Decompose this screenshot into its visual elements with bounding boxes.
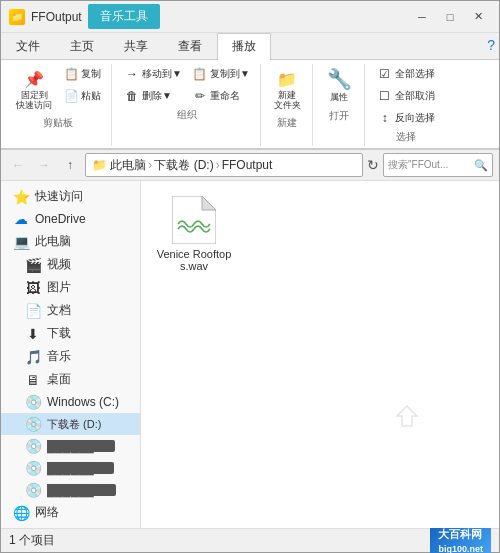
sidebar-item-downloads[interactable]: ⬇ 下载 [1,322,140,345]
tab-view[interactable]: 查看 [163,33,217,59]
tab-play[interactable]: 播放 [217,33,271,60]
tab-file[interactable]: 文件 [1,33,55,59]
sidebar-label-videos: 视频 [47,256,71,273]
sidebar-item-onedrive[interactable]: ☁ OneDrive [1,208,140,230]
deselect-all-button[interactable]: ☐ 全部取消 [373,86,439,106]
sidebar-item-drive-d[interactable]: 💿 下载卷 (D:) [1,413,140,435]
watermark-url: big100.net [438,544,483,553]
help-icon[interactable]: ? [483,33,499,59]
title-bar-left: 📁 FFOutput 音乐工具 [9,4,409,29]
rename-button[interactable]: ✏ 重命名 [188,86,254,106]
refresh-icon[interactable]: ↻ [367,157,379,173]
copy-to-button[interactable]: 📋 复制到▼ [188,64,254,84]
delete-button[interactable]: 🗑 删除▼ [120,86,186,106]
rename-icon: ✏ [192,88,208,104]
tab-share[interactable]: 共享 [109,33,163,59]
copy-icon: 📋 [63,66,79,82]
desktop-icon: 🖥 [25,372,41,388]
clipboard-label: 剪贴板 [43,116,73,130]
onedrive-icon: ☁ [13,211,29,227]
paste-button[interactable]: 📄 粘贴 [59,86,105,106]
sidebar-label-this-pc: 此电脑 [35,233,71,250]
select-all-button[interactable]: ☑ 全部选择 [373,64,439,84]
close-button[interactable]: ✕ [465,6,491,28]
select-label: 选择 [396,130,416,144]
breadcrumb-drive[interactable]: 下载卷 (D:) [154,157,213,174]
properties-icon: 🔧 [327,67,351,91]
window-title: FFOutput [31,10,82,24]
search-placeholder: 搜索"FFOut... [388,158,474,172]
sidebar-item-videos[interactable]: 🎬 视频 [1,253,140,276]
tab-home[interactable]: 主页 [55,33,109,59]
search-icon: 🔍 [474,159,488,172]
move-to-button[interactable]: → 移动到▼ [120,64,186,84]
ribbon-group-new: 📁 新建文件夹 新建 [263,64,313,146]
address-path[interactable]: 📁 此电脑 › 下载卷 (D:) › FFOutput [85,153,363,177]
sidebar-label-network: 网络 [35,504,59,521]
invert-selection-button[interactable]: ↕ 反向选择 [373,108,439,128]
svg-marker-1 [202,196,216,210]
select-col: ☑ 全部选择 ☐ 全部取消 ↕ 反向选择 [373,64,439,128]
pin-to-quickaccess-button[interactable]: 📌 固定到快速访问 [11,64,57,114]
sidebar-item-drive-f[interactable]: 💿 ██████ (F:) [1,457,140,479]
sidebar-item-drive-g[interactable]: 💿 ██████ (G:) [1,479,140,501]
sidebar-item-documents[interactable]: 📄 文档 [1,299,140,322]
sidebar-item-quick-access[interactable]: ⭐ 快速访问 [1,185,140,208]
back-button[interactable]: ← [7,154,29,176]
sidebar-item-music[interactable]: 🎵 音乐 [1,345,140,368]
search-box[interactable]: 搜索"FFOut... 🔍 [383,153,493,177]
window-icon: 📁 [9,9,25,25]
copy-button[interactable]: 📋 复制 [59,64,105,84]
organize-col1: → 移动到▼ 🗑 删除▼ [120,64,186,106]
breadcrumb-folder[interactable]: FFOutput [222,158,273,172]
properties-button[interactable]: 🔧 属性 [321,64,357,107]
cursor-shape [395,404,419,428]
pictures-icon: 🖼 [25,280,41,296]
clipboard-buttons: 📌 固定到快速访问 📋 复制 📄 粘贴 [11,64,105,114]
ribbon: 文件 主页 共享 查看 播放 ? 📌 固定到快速访问 📋 [1,33,499,150]
address-bar: ← → ↑ 📁 此电脑 › 下载卷 (D:) › FFOutput ↻ 搜索"F… [1,150,499,181]
pin-icon: 📌 [22,67,46,91]
organize-col2: 📋 复制到▼ ✏ 重命名 [188,64,254,106]
ribbon-group-select: ☑ 全部选择 ☐ 全部取消 ↕ 反向选择 选择 [367,64,445,146]
sidebar-label-music: 音乐 [47,348,71,365]
sidebar-label-drive-c: Windows (C:) [47,395,119,409]
sidebar: ⭐ 快速访问 ☁ OneDrive 💻 此电脑 🎬 视频 🖼 图片 [1,181,141,528]
music-tool-badge: 音乐工具 [88,4,160,29]
title-controls: ─ □ ✕ [409,6,491,28]
drive-d-icon: 💿 [25,416,41,432]
sidebar-label-drive-f: ██████ (F:) [47,462,114,474]
maximize-button[interactable]: □ [437,6,463,28]
watermark-text: 大百科网 [438,528,482,540]
file-label: Venice Rooftops.wav [156,248,232,272]
sidebar-item-this-pc[interactable]: 💻 此电脑 [1,230,140,253]
file-area: Venice Rooftops.wav [141,181,499,528]
new-folder-icon: 📁 [275,67,299,91]
up-button[interactable]: ↑ [59,154,81,176]
open-buttons: 🔧 属性 [321,64,357,107]
file-item-wav[interactable]: Venice Rooftops.wav [149,189,239,279]
sidebar-item-pictures[interactable]: 🖼 图片 [1,276,140,299]
ribbon-tabs: 文件 主页 共享 查看 播放 ? [1,33,499,60]
watermark-logo: 大百科网 big100.net [430,526,491,553]
minimize-button[interactable]: ─ [409,6,435,28]
sidebar-label-desktop: 桌面 [47,371,71,388]
ribbon-group-organize: → 移动到▼ 🗑 删除▼ 📋 复制到▼ [114,64,261,146]
copy-paste-group: 📋 复制 📄 粘贴 [59,64,105,106]
select-all-icon: ☑ [377,66,393,82]
sidebar-item-drive-c[interactable]: 💿 Windows (C:) [1,391,140,413]
drive-g-icon: 💿 [25,482,41,498]
sidebar-item-drive-e[interactable]: 💿 ██████ (E:) [1,435,140,457]
breadcrumb-computer[interactable]: 📁 此电脑 [92,157,146,174]
invert-icon: ↕ [377,110,393,126]
move-icon: → [124,66,140,82]
new-folder-button[interactable]: 📁 新建文件夹 [269,64,306,114]
sidebar-label-documents: 文档 [47,302,71,319]
paste-icon: 📄 [63,88,79,104]
organize-label: 组织 [177,108,197,122]
deselect-icon: ☐ [377,88,393,104]
sidebar-item-network[interactable]: 🌐 网络 [1,501,140,524]
downloads-icon: ⬇ [25,326,41,342]
forward-button[interactable]: → [33,154,55,176]
sidebar-item-desktop[interactable]: 🖥 桌面 [1,368,140,391]
